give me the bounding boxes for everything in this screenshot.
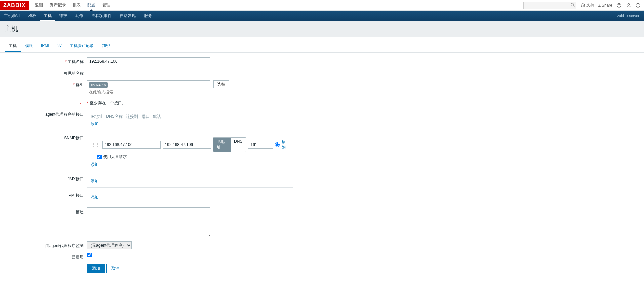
form-tabs: 主机 模板 IPMI 宏 主机资产记录 加密 <box>0 40 644 53</box>
tab-ipmi[interactable]: IPMI <box>37 40 53 52</box>
subnav-hostgroups[interactable]: 主机群组 <box>0 11 24 21</box>
share-link[interactable]: Z Share <box>598 3 612 8</box>
help-icon[interactable] <box>616 3 622 8</box>
share-label: Share <box>602 3 612 8</box>
bulk-request-checkbox[interactable] <box>97 155 102 159</box>
snmp-ip-input[interactable] <box>102 141 161 149</box>
drag-handle-icon[interactable]: ⋮⋮ <box>91 142 100 147</box>
page-title: 主机 <box>5 24 639 33</box>
subnav-hosts[interactable]: 主机 <box>40 11 55 21</box>
snmp-remove-link[interactable]: 移除 <box>282 139 289 150</box>
search-icon[interactable] <box>570 3 575 8</box>
interface-required-note: * 至少存在一个接口。 <box>87 99 126 105</box>
connect-dns-option[interactable]: DNS <box>231 138 246 152</box>
host-name-input[interactable] <box>87 57 210 65</box>
tab-macros[interactable]: 宏 <box>53 40 66 52</box>
tab-templates[interactable]: 模板 <box>21 40 37 52</box>
iface-head-conn: 连接到 <box>126 114 138 120</box>
subnav-maintenance[interactable]: 维护 <box>55 11 71 21</box>
topnav-admin[interactable]: 管理 <box>99 0 114 11</box>
groups-multiselect[interactable]: linux47 × <box>87 80 210 97</box>
jmx-add-link[interactable]: 添加 <box>91 179 99 183</box>
label-host-name: 主机名称 <box>5 57 87 65</box>
bulk-request-label: 使用大量请求 <box>103 154 127 160</box>
page-header: 主机 <box>0 21 644 37</box>
enabled-checkbox[interactable] <box>87 253 92 257</box>
topnav-configuration[interactable]: 配置 <box>84 0 99 11</box>
logo: ZABBIX <box>0 1 29 10</box>
iface-head-dns: DNS名称 <box>106 114 122 120</box>
tab-host[interactable]: 主机 <box>5 40 21 52</box>
snmp-interfaces-block: ⋮⋮ IP地址 DNS 移除 使用大量请求 添加 <box>87 134 293 171</box>
subnav-services[interactable]: 服务 <box>140 11 156 21</box>
snmp-add-link[interactable]: 添加 <box>91 162 99 167</box>
support-label: 支持 <box>586 2 594 8</box>
subnav-correlation[interactable]: 关联项事件 <box>87 11 116 21</box>
agent-interfaces-block: IP地址 DNS名称 连接到 端口 默认 添加 <box>87 110 293 130</box>
subnav-discovery[interactable]: 自动发现 <box>116 11 140 21</box>
description-textarea[interactable] <box>87 207 210 237</box>
subnav-actions[interactable]: 动作 <box>71 11 87 21</box>
connect-ip-option[interactable]: IP地址 <box>213 138 231 152</box>
top-nav: ZABBIX 监测 资产记录 报表 配置 管理 支持 Z Share <box>0 0 644 11</box>
visible-name-input[interactable] <box>87 69 210 77</box>
tab-encryption[interactable]: 加密 <box>98 40 114 52</box>
svg-point-4 <box>619 6 619 7</box>
iface-head-default: 默认 <box>153 114 161 120</box>
zabbix-z-icon: Z <box>598 3 601 8</box>
agent-iface-head: IP地址 DNS名称 连接到 端口 默认 <box>91 114 289 120</box>
topnav-right: 支持 Z Share <box>523 2 641 9</box>
label-agent-iface: agent代理程序的接口 <box>5 110 87 117</box>
label-ipmi-iface: IPMI接口 <box>5 191 87 198</box>
label-jmx-iface: JMX接口 <box>5 175 87 182</box>
connect-to-toggle: IP地址 DNS <box>213 137 246 152</box>
label-proxy: 由agent代理程序监测 <box>5 241 87 249</box>
snmp-default-radio[interactable] <box>275 142 279 147</box>
topnav-reports[interactable]: 报表 <box>69 0 84 11</box>
user-icon[interactable] <box>626 3 631 8</box>
iface-head-port: 端口 <box>142 114 150 120</box>
search-input[interactable] <box>523 2 576 9</box>
topnav-inventory[interactable]: 资产记录 <box>46 0 69 11</box>
label-groups: 群组 <box>5 80 87 88</box>
cancel-button[interactable]: 取消 <box>106 264 124 273</box>
group-chip-remove-icon[interactable]: × <box>104 83 106 87</box>
server-label: zabbix server <box>617 14 639 18</box>
bulk-request-row: 使用大量请求 <box>97 154 289 160</box>
label-visible-name: 可见的名称 <box>5 69 87 76</box>
groups-select-button[interactable]: 选择 <box>213 80 229 88</box>
topnav-menu: 监测 资产记录 报表 配置 管理 <box>32 0 114 11</box>
tab-inventory[interactable]: 主机资产记录 <box>66 40 98 52</box>
search-wrap <box>523 2 576 9</box>
topnav-monitoring[interactable]: 监测 <box>32 0 46 11</box>
svg-point-0 <box>571 3 573 6</box>
jmx-interfaces-block: 添加 <box>87 175 293 188</box>
ipmi-add-link[interactable]: 添加 <box>91 195 99 200</box>
label-enabled: 已启用 <box>5 253 87 260</box>
snmp-dns-input[interactable] <box>163 141 211 149</box>
support-link[interactable]: 支持 <box>580 2 594 8</box>
label-description: 描述 <box>5 207 87 215</box>
agent-add-link[interactable]: 添加 <box>91 121 99 126</box>
logout-icon[interactable] <box>635 3 641 8</box>
sub-nav: 主机群组 模板 主机 维护 动作 关联项事件 自动发现 服务 zabbix se… <box>0 11 644 21</box>
group-chip-label: linux47 <box>91 83 103 87</box>
subnav-templates[interactable]: 模板 <box>24 11 40 21</box>
host-form: 主机名称 可见的名称 群组 linux47 × 选择 . * 至少存在一 <box>0 53 303 281</box>
ipmi-interfaces-block: 添加 <box>87 191 293 204</box>
snmp-port-input[interactable] <box>248 141 273 149</box>
label-snmp-iface: SNMP接口 <box>5 134 87 141</box>
groups-search-input[interactable] <box>88 88 203 96</box>
iface-head-ip: IP地址 <box>91 114 103 120</box>
proxy-select[interactable]: (无agent代理程序) <box>87 241 132 249</box>
snmp-iface-row: ⋮⋮ IP地址 DNS 移除 <box>91 137 289 152</box>
group-chip: linux47 × <box>89 82 108 88</box>
svg-point-5 <box>628 3 629 5</box>
svg-line-1 <box>573 5 574 7</box>
submit-button[interactable]: 添加 <box>87 264 105 273</box>
